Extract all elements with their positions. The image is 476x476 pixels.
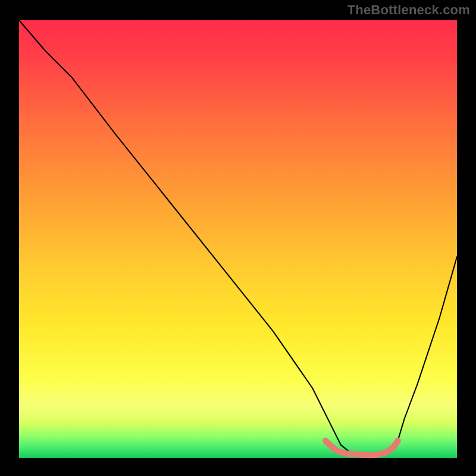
salmon-floor-path xyxy=(325,441,397,455)
chart-frame: TheBottleneck.com xyxy=(0,0,476,476)
curve-layer xyxy=(19,20,457,458)
plot-area xyxy=(19,20,457,458)
watermark-text: TheBottleneck.com xyxy=(347,2,470,18)
black-curve-path xyxy=(19,20,457,456)
